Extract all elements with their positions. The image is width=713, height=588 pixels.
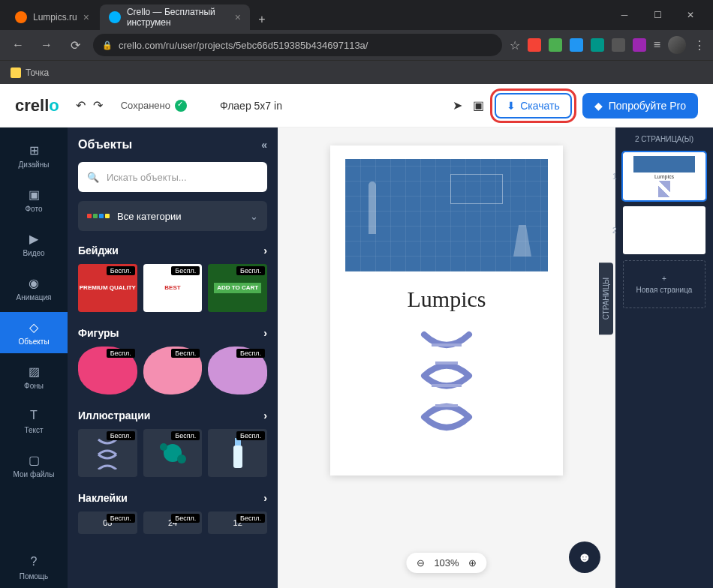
share-icon[interactable]: ➤	[453, 98, 462, 112]
illustration-item[interactable]: Беспл.	[208, 429, 267, 477]
canvas-title-text[interactable]: Lumpics	[408, 286, 486, 312]
ext-icon[interactable]	[549, 38, 562, 52]
search-input[interactable]: 🔍 Искать объекты...	[78, 162, 267, 192]
logo[interactable]: crello	[15, 96, 59, 116]
list-icon[interactable]: ≡	[654, 38, 660, 52]
pages-panel: СТРАНИЦЫ 2 СТРАНИЦА(Ы) 1 Lumpics 2 +	[615, 128, 713, 588]
tab-title: Crello — Бесплатный инструмен	[127, 7, 229, 28]
forward-button[interactable]: →	[36, 34, 57, 56]
sticker-item[interactable]: Беспл.24	[143, 512, 203, 534]
app-header: crello ↶ ↷ Сохранено Флаер 5x7 in ➤ ▣ ⬇ …	[0, 84, 713, 128]
header-actions: ➤ ▣ ⬇ Скачать ◆ Попробуйте Pro	[453, 93, 698, 118]
search-placeholder: Искать объекты...	[107, 172, 187, 183]
close-icon[interactable]: ×	[83, 11, 89, 23]
illustration-item[interactable]: Беспл.	[78, 429, 137, 477]
animation-icon: ◉	[26, 275, 41, 290]
fullscreen-icon[interactable]: ▣	[473, 98, 484, 112]
document-name[interactable]: Флаер 5x7 in	[220, 100, 282, 112]
all-categories-button[interactable]: Все категории ⌄	[78, 201, 267, 231]
rail-animation[interactable]: ◉Анимация	[0, 268, 68, 309]
page-thumb-1[interactable]: Lumpics	[623, 152, 705, 200]
page-thumb-2[interactable]	[623, 206, 705, 254]
address-bar: ← → ⟳ 🔒 crello.com/ru/user/projects/5ebc…	[0, 30, 713, 60]
star-icon[interactable]: ☆	[510, 38, 520, 52]
badge-item[interactable]: Беспл.PREMIUM QUALITY	[78, 264, 137, 312]
browser-tab[interactable]: Crello — Бесплатный инструмен ×	[100, 4, 250, 30]
bottle-icon	[227, 435, 248, 471]
pro-button[interactable]: ◆ Попробуйте Pro	[582, 93, 698, 118]
download-button[interactable]: ⬇ Скачать	[495, 93, 572, 118]
menu-icon[interactable]: ⋮	[693, 38, 705, 52]
chat-button[interactable]: ☻	[569, 542, 600, 573]
illustration-item[interactable]: Беспл.	[143, 429, 203, 477]
backgrounds-icon: ▨	[26, 364, 41, 379]
zoom-out-button[interactable]: ⊖	[417, 557, 425, 568]
back-button[interactable]: ←	[8, 34, 29, 56]
browser-tab[interactable]: Lumpics.ru ×	[6, 4, 98, 30]
section-badges: Бейджи›	[78, 244, 267, 256]
badge-item[interactable]: Беспл.ADD TO CART	[208, 264, 267, 312]
reload-button[interactable]: ⟳	[65, 34, 86, 56]
ext-icon[interactable]	[528, 38, 541, 52]
bookmark-item[interactable]: Точка	[26, 68, 49, 78]
bookmark-bar: Точка	[0, 60, 713, 84]
close-icon[interactable]: ×	[235, 11, 241, 23]
video-icon: ▶	[26, 231, 41, 246]
lock-icon: 🔒	[102, 40, 113, 50]
canvas-area[interactable]: Lumpics ⊖ 103% ⊕ ☻	[278, 128, 615, 588]
sticker-item[interactable]: Беспл.12	[208, 512, 267, 534]
blueprint-image[interactable]	[345, 159, 548, 272]
figures-row: Беспл. Беспл. Беспл.	[78, 346, 267, 394]
rail-designs[interactable]: ⊞Дизайны	[0, 135, 68, 176]
cloud-check-icon	[175, 100, 187, 112]
grid-icon: ⊞	[26, 142, 41, 158]
rail-backgrounds[interactable]: ▨Фоны	[0, 356, 68, 398]
rail-text[interactable]: TТекст	[0, 400, 68, 442]
app-body: ⊞Дизайны ▣Фото ▶Видео ◉Анимация ◇Объекты…	[0, 128, 713, 588]
chevron-right-icon[interactable]: ›	[263, 244, 267, 256]
app-root: crello ↶ ↷ Сохранено Флаер 5x7 in ➤ ▣ ⬇ …	[0, 84, 713, 588]
objects-panel: Объекты « 🔍 Искать объекты... Все катего…	[68, 128, 278, 588]
undo-button[interactable]: ↶	[76, 98, 86, 112]
new-tab-button[interactable]: +	[251, 9, 272, 30]
favicon	[109, 11, 121, 23]
badge-item[interactable]: Беспл.BEST	[143, 264, 203, 312]
redo-button[interactable]: ↷	[93, 98, 103, 112]
zoom-in-button[interactable]: ⊕	[468, 557, 477, 568]
svg-rect-3	[233, 446, 242, 468]
rail-objects[interactable]: ◇Объекты	[0, 312, 68, 353]
ext-icon[interactable]	[570, 38, 583, 52]
browser-tabs: Lumpics.ru × Crello — Бесплатный инструм…	[6, 0, 608, 30]
pro-label: Попробуйте Pro	[609, 100, 686, 112]
canvas-page[interactable]: Lumpics	[330, 146, 563, 476]
figure-item[interactable]: Беспл.	[143, 346, 203, 394]
svg-point-2	[177, 454, 186, 464]
close-button[interactable]: ✕	[680, 4, 701, 26]
zoom-level: 103%	[434, 557, 459, 568]
collapse-icon[interactable]: «	[261, 139, 267, 151]
rail-video[interactable]: ▶Видео	[0, 224, 68, 265]
chevron-right-icon[interactable]: ›	[263, 327, 267, 339]
url-text: crello.com/ru/user/projects/5ebc66d51938…	[119, 40, 368, 51]
favicon	[15, 11, 27, 23]
pages-tab[interactable]: СТРАНИЦЫ	[599, 262, 613, 334]
chevron-right-icon[interactable]: ›	[263, 492, 267, 504]
ext-icon[interactable]	[612, 38, 625, 52]
rail-photo[interactable]: ▣Фото	[0, 179, 68, 220]
rail-help[interactable]: ?Помощь	[0, 547, 68, 588]
folder-icon: ▢	[26, 452, 41, 467]
titlebar: Lumpics.ru × Crello — Бесплатный инструм…	[0, 0, 713, 30]
sticker-item[interactable]: Беспл.05	[78, 512, 137, 534]
avatar[interactable]	[668, 36, 686, 54]
url-field[interactable]: 🔒 crello.com/ru/user/projects/5ebc66d519…	[93, 34, 502, 56]
minimize-button[interactable]: ─	[614, 4, 635, 26]
figure-item[interactable]: Беспл.	[78, 346, 137, 394]
ext-icon[interactable]	[633, 38, 646, 52]
ext-icon[interactable]	[591, 38, 604, 52]
dna-illustration[interactable]	[413, 327, 480, 440]
chevron-right-icon[interactable]: ›	[263, 410, 267, 422]
new-page-button[interactable]: + Новая страница	[623, 260, 705, 308]
figure-item[interactable]: Беспл.	[208, 346, 267, 394]
maximize-button[interactable]: ☐	[647, 4, 668, 26]
rail-files[interactable]: ▢Мои файлы	[0, 445, 68, 486]
